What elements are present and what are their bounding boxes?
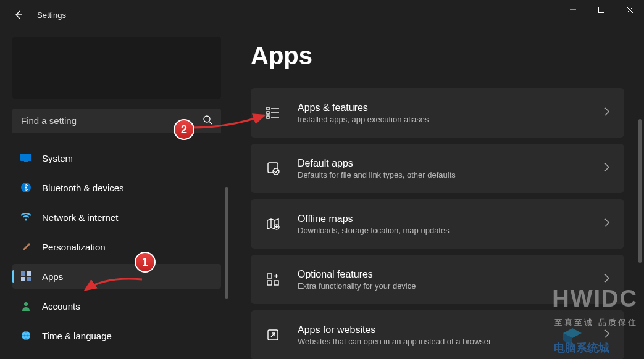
wifi-icon bbox=[20, 211, 32, 223]
minimize-button[interactable] bbox=[559, 0, 587, 20]
map-icon bbox=[266, 217, 280, 231]
search-icon bbox=[203, 115, 212, 127]
svg-rect-10 bbox=[21, 271, 25, 276]
chevron-right-icon bbox=[604, 274, 609, 285]
svg-point-14 bbox=[24, 302, 28, 306]
sidebar-item-label: Time & language bbox=[42, 331, 112, 341]
sidebar-item-apps[interactable]: Apps bbox=[12, 264, 221, 289]
sidebar-item-label: Network & internet bbox=[42, 212, 118, 223]
monitor-icon bbox=[20, 152, 32, 164]
list-icon bbox=[266, 105, 280, 120]
svg-rect-26 bbox=[267, 281, 272, 285]
svg-rect-1 bbox=[599, 7, 604, 13]
card-title: Apps for websites bbox=[298, 324, 604, 336]
svg-rect-13 bbox=[27, 277, 31, 281]
search-box[interactable] bbox=[12, 109, 221, 133]
svg-rect-11 bbox=[27, 271, 31, 276]
card-optional-features[interactable]: Optional featuresExtra functionality for… bbox=[251, 255, 624, 304]
content-scrollbar[interactable] bbox=[638, 119, 642, 359]
svg-rect-16 bbox=[267, 107, 269, 110]
back-button[interactable] bbox=[12, 9, 25, 21]
card-subtitle: Downloads, storage location, map updates bbox=[298, 226, 604, 235]
sidebar-item-system[interactable]: System bbox=[12, 146, 221, 170]
sidebar-item-accounts[interactable]: Accounts bbox=[12, 294, 221, 318]
titlebar: Settings bbox=[0, 0, 644, 30]
sidebar-item-network[interactable]: Network & internet bbox=[12, 205, 221, 229]
svg-rect-12 bbox=[21, 277, 25, 281]
sidebar-item-label: Personalization bbox=[42, 242, 106, 252]
maximize-button[interactable] bbox=[587, 0, 616, 20]
sidebar-item-bluetooth[interactable]: Bluetooth & devices bbox=[12, 175, 221, 200]
svg-line-5 bbox=[209, 122, 212, 124]
svg-rect-18 bbox=[267, 116, 269, 118]
svg-point-9 bbox=[25, 219, 27, 221]
card-subtitle: Installed apps, app execution aliases bbox=[298, 115, 604, 124]
shield-check-icon bbox=[266, 161, 280, 176]
page-title: Apps bbox=[251, 42, 644, 70]
sidebar-item-label: Bluetooth & devices bbox=[42, 183, 124, 193]
card-default-apps[interactable]: Default appsDefaults for file and link t… bbox=[251, 144, 624, 193]
close-button[interactable] bbox=[616, 0, 644, 20]
bluetooth-icon bbox=[20, 181, 32, 194]
open-external-icon bbox=[266, 328, 280, 342]
sidebar-item-time[interactable]: Time & language bbox=[12, 323, 221, 348]
svg-rect-7 bbox=[24, 161, 28, 162]
svg-rect-27 bbox=[274, 281, 278, 285]
globe-icon bbox=[20, 329, 32, 342]
chevron-right-icon bbox=[604, 329, 609, 340]
grid-plus-icon bbox=[266, 272, 280, 287]
card-apps-features[interactable]: Apps & featuresInstalled apps, app execu… bbox=[251, 88, 624, 138]
svg-point-23 bbox=[273, 168, 279, 175]
sidebar-item-personalization[interactable]: Personalization bbox=[12, 234, 221, 259]
svg-rect-17 bbox=[267, 112, 269, 114]
sidebar-item-label: Accounts bbox=[42, 301, 80, 312]
user-card[interactable] bbox=[12, 37, 221, 99]
card-title: Default apps bbox=[298, 158, 604, 169]
card-title: Optional features bbox=[298, 269, 604, 280]
chevron-right-icon bbox=[604, 163, 609, 174]
scrollbar-thumb[interactable] bbox=[638, 119, 642, 263]
card-title: Apps & features bbox=[298, 102, 604, 113]
sidebar-item-label: Apps bbox=[42, 271, 63, 282]
chevron-right-icon bbox=[604, 218, 609, 229]
sidebar-item-label: System bbox=[42, 153, 73, 163]
svg-rect-6 bbox=[20, 154, 31, 161]
person-icon bbox=[20, 300, 32, 312]
card-apps-for-websites[interactable]: Apps for websitesWebsites that can open … bbox=[251, 310, 624, 359]
svg-rect-25 bbox=[267, 274, 272, 278]
brush-icon bbox=[20, 241, 32, 253]
content-pane: Apps Apps & featuresInstalled apps, app … bbox=[228, 30, 644, 359]
card-subtitle: Defaults for file and link types, other … bbox=[298, 170, 604, 180]
svg-point-4 bbox=[204, 116, 210, 122]
apps-icon bbox=[20, 270, 32, 283]
search-input[interactable] bbox=[12, 109, 221, 133]
card-title: Offline maps bbox=[298, 213, 604, 225]
nav-list: System Bluetooth & devices Network & int… bbox=[12, 146, 221, 359]
card-subtitle: Extra functionality for your device bbox=[298, 281, 604, 291]
card-subtitle: Websites that can open in an app instead… bbox=[298, 337, 604, 346]
card-offline-maps[interactable]: Offline mapsDownloads, storage location,… bbox=[251, 199, 624, 249]
window-title: Settings bbox=[37, 10, 66, 20]
chevron-right-icon bbox=[604, 107, 609, 118]
sidebar: System Bluetooth & devices Network & int… bbox=[0, 30, 228, 359]
